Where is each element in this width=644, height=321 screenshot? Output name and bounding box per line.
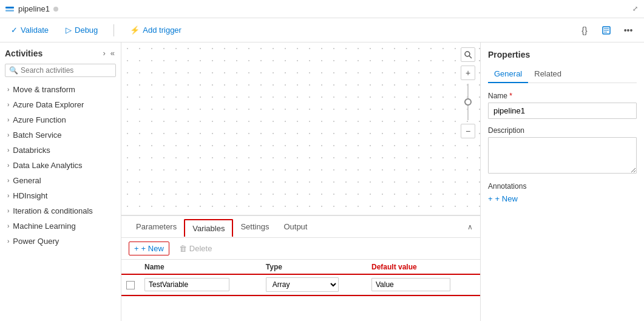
search-input[interactable] [21,66,112,75]
row-checkbox-cell [121,275,140,295]
zoom-out-button[interactable]: − [461,124,475,138]
sidebar-item-machine-learning[interactable]: ›Machine Learning [0,218,121,234]
toolbar-right: {} ••• [576,22,637,39]
center-area: + − Parameters Variables Settings Output… [121,42,480,321]
variable-default-input[interactable] [371,278,450,291]
collapse-icon[interactable]: › [101,47,106,59]
sidebar-item-general[interactable]: ›General [0,173,121,188]
panel-collapse-icon[interactable]: ∧ [467,223,473,231]
col-header-type: Type [261,260,367,275]
sidebar-item-label: HDInsight [13,191,47,200]
add-trigger-label: Add trigger [143,25,181,35]
zoom-in-button[interactable]: + [461,66,475,80]
add-trigger-button[interactable]: ⚡ Add trigger [126,23,185,37]
plus-icon: + [134,244,139,253]
delete-icon: 🗑 [179,244,187,253]
name-input[interactable] [488,103,637,119]
sidebar-item-label: Azure Data Explorer [13,100,84,109]
sidebar-header: Activities › « [0,42,121,61]
description-label: Description [488,126,637,135]
sidebar-item-label: General [13,176,41,185]
title-bar-controls: ⤢ [631,5,639,13]
zoom-controls: + − [461,47,475,138]
sidebar-item-hdinsight[interactable]: ›HDInsight [0,188,121,203]
prop-tab-general[interactable]: General [488,66,528,83]
chevron-icon: › [7,208,9,214]
double-collapse-icon[interactable]: « [109,47,116,59]
sidebar-item-label: Batch Service [13,130,61,140]
svg-point-6 [465,52,470,56]
validate-button[interactable]: ✓ Validate [7,23,52,37]
toolbar-separator [114,24,114,36]
canvas[interactable]: + − [121,42,480,215]
chevron-icon: › [7,177,9,184]
zoom-search-icon[interactable] [461,47,475,62]
delete-label: Delete [189,244,212,253]
checkmark-icon: ✓ [11,25,18,35]
sidebar-collapse-icons: › « [101,47,116,59]
sidebar-item-databricks[interactable]: ›Databricks [0,143,121,158]
restore-icon[interactable]: ⤢ [631,5,639,13]
sidebar-item-move-&-transform[interactable]: ›Move & transform [0,82,121,97]
tab-variables[interactable]: Variables [184,219,233,237]
chevron-icon: › [7,132,9,138]
canvas-background [121,42,480,215]
sidebar-item-batch-service[interactable]: ›Batch Service [0,127,121,143]
tab-settings[interactable]: Settings [233,217,276,237]
row-type-cell: Array String Boolean Integer [261,275,367,295]
sidebar-item-label: Power Query [13,237,59,246]
tab-output[interactable]: Output [276,217,314,237]
new-label: + New [141,244,164,253]
description-textarea[interactable] [488,137,637,174]
sidebar-item-azure-data-explorer[interactable]: ›Azure Data Explorer [0,97,121,112]
note-button[interactable] [598,22,615,39]
variables-toolbar: + + New 🗑 Delete [121,238,480,260]
title-bar: pipeline1 ⤢ [0,0,644,18]
chevron-icon: › [7,238,9,245]
chevron-icon: › [7,162,9,169]
sidebar-item-label: Azure Function [13,115,66,124]
sidebar-item-label: Machine Learning [13,221,75,231]
code-button[interactable]: {} [576,22,593,39]
pipeline-title: pipeline1 [18,4,50,13]
properties-panel: Properties General Related Name * Descri… [480,42,644,321]
name-label: Name * [488,92,637,100]
required-marker: * [509,92,512,100]
sidebar-item-label: Data Lake Analytics [13,161,82,170]
chevron-icon: › [7,192,9,199]
zoom-slider[interactable] [467,81,469,123]
col-header-default: Default value [367,260,480,275]
row-checkbox[interactable] [126,281,135,289]
debug-label: Debug [75,25,98,35]
sidebar-item-iteration-&-conditionals[interactable]: ›Iteration & conditionals [0,203,121,218]
col-header-name: Name [140,260,261,275]
new-variable-button[interactable]: + + New [129,242,169,255]
annotations-title: Annotations [488,182,637,191]
sidebar-item-label: Databricks [13,146,50,155]
plus-icon-annotation: + [488,194,493,203]
trigger-icon: ⚡ [130,25,140,35]
chevron-icon: › [7,86,9,93]
debug-button[interactable]: ▷ Debug [62,23,101,37]
unsaved-dot [53,7,58,12]
table-row: Array String Boolean Integer [121,275,480,295]
prop-tab-related[interactable]: Related [528,66,568,83]
search-icon: 🔍 [9,66,18,75]
new-annotation-button[interactable]: + + New [488,194,518,203]
sidebar-item-data-lake-analytics[interactable]: ›Data Lake Analytics [0,158,121,173]
sidebar-item-label: Move & transform [13,85,75,94]
search-box[interactable]: 🔍 [5,64,116,77]
variable-name-input[interactable] [144,278,229,291]
delete-variable-button[interactable]: 🗑 Delete [174,242,217,255]
svg-line-7 [469,56,472,58]
row-default-cell [367,275,480,295]
chevron-icon: › [7,147,9,154]
properties-tabs: General Related [488,66,637,83]
tab-parameters[interactable]: Parameters [129,217,184,237]
more-button[interactable]: ••• [620,22,637,39]
play-icon: ▷ [66,25,72,35]
pipeline-icon [5,4,15,14]
sidebar-item-power-query[interactable]: ›Power Query [0,234,121,249]
variable-type-select[interactable]: Array String Boolean Integer [266,277,339,292]
sidebar-item-azure-function[interactable]: ›Azure Function [0,112,121,127]
